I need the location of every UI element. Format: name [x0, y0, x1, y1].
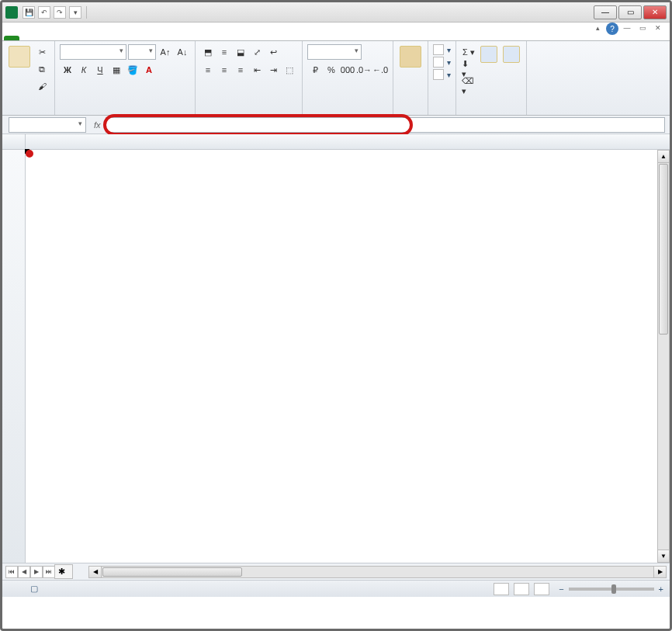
qat-customize-icon[interactable]: ▾ — [69, 6, 81, 19]
grow-font-icon[interactable]: A↑ — [158, 44, 173, 60]
qat-redo-icon[interactable]: ↷ — [54, 6, 66, 19]
hscroll-thumb[interactable] — [102, 567, 242, 577]
format-cells-button[interactable]: ▾ — [433, 69, 451, 80]
align-left-icon[interactable]: ≡ — [200, 62, 216, 78]
excel-icon — [5, 6, 18, 19]
copy-icon[interactable]: ⧉ — [34, 61, 50, 77]
font-label — [60, 112, 190, 113]
fx-icon[interactable]: fx — [89, 120, 106, 130]
select-all-corner[interactable] — [2, 134, 26, 149]
title-bar: 💾 ↶ ↷ ▾ — ▭ ✕ — [2, 2, 670, 23]
autosum-icon[interactable]: Σ ▾ — [461, 44, 476, 60]
increase-indent-icon[interactable]: ⇥ — [265, 62, 281, 78]
clear-icon[interactable]: ⌫ ▾ — [461, 78, 476, 94]
align-center-icon[interactable]: ≡ — [216, 62, 232, 78]
prev-sheet-icon[interactable]: ◀ — [18, 566, 30, 578]
normal-view-icon[interactable] — [494, 583, 509, 595]
border-icon[interactable]: ▦ — [109, 62, 124, 78]
increase-decimal-icon[interactable]: .0→ — [356, 62, 372, 78]
zoom-slider[interactable] — [569, 588, 654, 591]
merge-icon[interactable]: ⬚ — [282, 62, 297, 78]
cells-group: ▾ ▾ ▾ — [428, 41, 456, 115]
italic-button[interactable]: К — [76, 62, 92, 78]
delete-cells-button[interactable]: ▾ — [433, 57, 451, 68]
styles-icon — [400, 46, 421, 68]
cells-area[interactable] — [26, 150, 670, 563]
separator — [86, 6, 87, 19]
sort-icon — [480, 46, 497, 63]
underline-button[interactable]: Ч — [92, 62, 108, 78]
file-tab[interactable] — [4, 36, 19, 40]
align-bottom-icon[interactable]: ⬓ — [233, 44, 248, 60]
bold-button[interactable]: Ж — [60, 62, 75, 78]
clipboard-group: ✂ ⧉ 🖌 — [2, 41, 55, 115]
formula-highlight — [103, 114, 414, 136]
qat-save-icon[interactable]: 💾 — [23, 6, 35, 19]
status-bar: ▢ − + — [2, 580, 670, 597]
mdi-controls: ▴ ? — ▭ ✕ — [591, 23, 665, 35]
scroll-down-icon[interactable]: ▼ — [658, 550, 669, 562]
editing-group: Σ ▾ ⬇ ▾ ⌫ ▾ — [456, 41, 527, 115]
wrap-text-icon[interactable]: ↩ — [265, 44, 281, 60]
paste-button[interactable] — [7, 44, 32, 71]
font-name-combo[interactable] — [60, 44, 126, 60]
ribbon-minimize-icon[interactable]: ▴ — [591, 23, 604, 33]
macro-record-icon[interactable]: ▢ — [30, 584, 38, 594]
align-right-icon[interactable]: ≡ — [233, 62, 248, 78]
last-sheet-icon[interactable]: ⏭ — [43, 566, 55, 578]
decrease-indent-icon[interactable]: ⇤ — [249, 62, 265, 78]
worksheet-grid[interactable]: ▲ ▼ — [2, 134, 670, 563]
qat-undo-icon[interactable]: ↶ — [38, 6, 50, 19]
font-size-combo[interactable] — [128, 44, 156, 60]
zoom-in-icon[interactable]: + — [659, 584, 663, 594]
find-icon — [503, 46, 520, 63]
minimize-button[interactable]: — — [594, 5, 617, 19]
find-select-button[interactable] — [501, 44, 521, 66]
horizontal-scrollbar[interactable]: ◀ ▶ — [88, 566, 667, 578]
number-group: ₽ % 000 .0→ ←.0 — [303, 41, 393, 115]
align-top-icon[interactable]: ⬒ — [200, 44, 216, 60]
sheet-tab-bar: ⏮ ◀ ▶ ⏭ ✱ ◀ ▶ — [2, 563, 670, 580]
mdi-restore-icon[interactable]: ▭ — [636, 23, 649, 33]
currency-icon[interactable]: ₽ — [307, 62, 323, 78]
sort-filter-button[interactable] — [479, 44, 499, 66]
number-format-combo[interactable] — [307, 44, 362, 60]
editing-label — [461, 112, 521, 113]
page-break-view-icon[interactable] — [534, 583, 549, 595]
styles-button[interactable] — [398, 44, 423, 71]
orientation-icon[interactable]: ⤢ — [249, 44, 265, 60]
vscroll-thumb[interactable] — [659, 164, 668, 335]
scroll-left-icon[interactable]: ◀ — [89, 567, 102, 577]
insert-cells-button[interactable]: ▾ — [433, 44, 451, 55]
comma-icon[interactable]: 000 — [340, 62, 355, 78]
mdi-close-icon[interactable]: ✕ — [651, 23, 665, 33]
name-box[interactable] — [9, 117, 86, 133]
column-headers — [2, 134, 670, 150]
help-icon[interactable]: ? — [606, 23, 618, 35]
fill-icon[interactable]: ⬇ ▾ — [461, 61, 476, 77]
format-painter-icon[interactable]: 🖌 — [34, 78, 50, 94]
cells-label — [433, 112, 451, 113]
align-middle-icon[interactable]: ≡ — [216, 44, 232, 60]
font-color-icon[interactable]: A — [141, 62, 157, 78]
shrink-font-icon[interactable]: A↓ — [175, 44, 190, 60]
scroll-up-icon[interactable]: ▲ — [658, 151, 669, 163]
scroll-right-icon[interactable]: ▶ — [653, 567, 666, 577]
zoom-out-icon[interactable]: − — [559, 584, 563, 594]
insert-icon — [433, 44, 444, 55]
decrease-decimal-icon[interactable]: ←.0 — [372, 62, 388, 78]
next-sheet-icon[interactable]: ▶ — [30, 566, 43, 578]
new-sheet-button[interactable]: ✱ — [54, 564, 73, 579]
formula-bar[interactable] — [106, 117, 665, 133]
maximize-button[interactable]: ▭ — [618, 5, 642, 19]
percent-icon[interactable]: % — [324, 62, 339, 78]
close-button[interactable]: ✕ — [643, 5, 667, 19]
vertical-scrollbar[interactable]: ▲ ▼ — [657, 150, 670, 563]
first-sheet-icon[interactable]: ⏮ — [5, 566, 18, 578]
cut-icon[interactable]: ✂ — [34, 44, 50, 60]
formula-bar-row: fx — [2, 116, 670, 134]
ribbon: ✂ ⧉ 🖌 A↑ A↓ Ж К Ч ▦ 🪣 A — [2, 41, 670, 116]
mdi-min-icon[interactable]: — — [620, 23, 634, 33]
page-layout-view-icon[interactable] — [514, 583, 529, 595]
fill-color-icon[interactable]: 🪣 — [125, 62, 140, 78]
